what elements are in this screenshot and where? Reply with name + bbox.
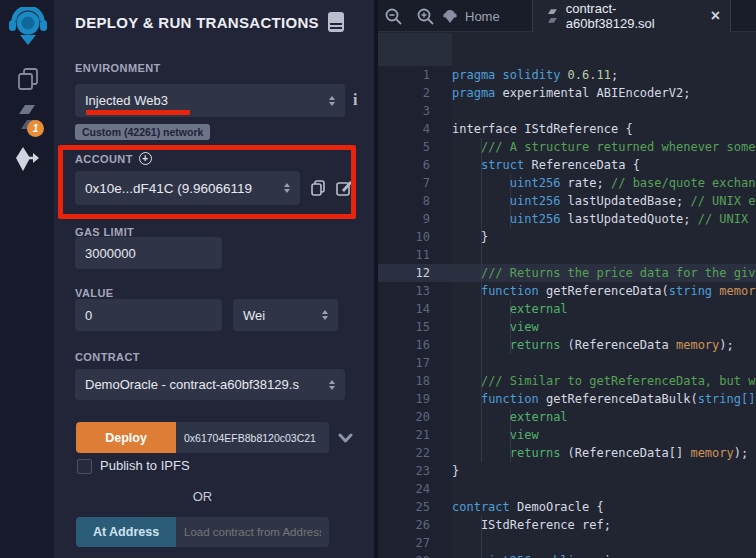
line-number: 22 (378, 444, 452, 462)
code-line: uint256 rate; // base/quote exchang (452, 174, 756, 192)
line-number: 10 (378, 228, 452, 246)
line-number: 23 (378, 462, 452, 480)
line-number: 15 (378, 318, 452, 336)
value-unit: Wei (243, 308, 265, 323)
line-number: 13 (378, 282, 452, 300)
line-number: 8 (378, 192, 452, 210)
editor-code[interactable]: pragma solidity 0.6.11;pragma experiment… (452, 66, 756, 558)
deploy-button[interactable]: Deploy (76, 422, 176, 453)
editor-tab-bar: Home contract-a60bf38129.sol × (378, 0, 756, 32)
compiler-error-badge: 1 (27, 120, 44, 137)
line-number: 16 (378, 336, 452, 354)
tab-file-label: contract-a60bf38129.sol (566, 1, 703, 31)
code-line (452, 102, 756, 120)
code-line: function getReferenceData(string memory (452, 282, 756, 300)
solidity-compiler-icon[interactable]: 1 (0, 103, 55, 131)
code-line: struct ReferenceData { (452, 156, 756, 174)
tab-home[interactable]: Home (442, 0, 500, 32)
code-line: returns (ReferenceData[] memory); (452, 444, 756, 462)
deploy-run-icon[interactable] (0, 146, 55, 172)
code-line: view (452, 426, 756, 444)
line-number: 4 (378, 120, 452, 138)
remix-logo[interactable] (0, 7, 55, 47)
line-number: 9 (378, 210, 452, 228)
code-line: returns (ReferenceData memory); (452, 336, 756, 354)
solidity-file-icon (547, 8, 558, 24)
line-number: 27 (378, 534, 452, 552)
tab-home-label: Home (465, 9, 500, 24)
code-line: /// A structure returned whenever someo (452, 138, 756, 156)
value-label: VALUE (75, 287, 113, 299)
select-spinner-icon (329, 96, 335, 106)
at-address-button[interactable]: At Address (76, 517, 176, 547)
line-number: 5 (378, 138, 452, 156)
file-explorer-icon[interactable] (0, 66, 55, 92)
code-line (452, 246, 756, 264)
publish-ipfs-checkbox[interactable] (77, 459, 92, 474)
line-number: 6 (378, 156, 452, 174)
code-line: /// Similar to getReferenceData, but wi (452, 372, 756, 390)
line-number: 21 (378, 426, 452, 444)
deploy-panel: DEPLOY & RUN TRANSACTIONS ENVIRONMENT In… (55, 0, 374, 558)
or-separator-label: OR (76, 489, 329, 504)
zoom-out-icon[interactable] (384, 7, 403, 30)
remix-home-icon (442, 8, 458, 24)
publish-ipfs-label: Publish to IPFS (100, 458, 190, 473)
documentation-book-icon[interactable] (328, 12, 344, 32)
contract-label: CONTRACT (75, 351, 140, 363)
line-number: 17 (378, 354, 452, 372)
line-number: 14 (378, 300, 452, 318)
icon-bar: 1 (0, 0, 55, 558)
select-spinner-icon (329, 380, 335, 390)
code-line: } (452, 462, 756, 480)
code-line: } (452, 228, 756, 246)
code-line: uint256 lastUpdatedQuote; // UNIX e (452, 210, 756, 228)
editor-body[interactable]: 1234567891011121314151617181920212223242… (378, 33, 756, 558)
tab-close-icon[interactable]: × (711, 8, 720, 24)
code-line: /// Returns the price data for the give (452, 264, 756, 282)
value-unit-select[interactable]: Wei (233, 299, 338, 331)
value-input[interactable] (75, 299, 222, 331)
editor-corner-block (378, 33, 452, 66)
code-line: external (452, 300, 756, 318)
chevron-down-icon[interactable] (338, 429, 353, 447)
select-spinner-icon (322, 310, 328, 320)
at-address-input[interactable] (176, 517, 329, 547)
environment-info-icon[interactable]: i (353, 91, 357, 109)
code-line: pragma experimental ABIEncoderV2; (452, 84, 756, 102)
contract-select[interactable]: DemoOracle - contract-a60bf38129.s (75, 369, 345, 400)
code-line: external (452, 408, 756, 426)
environment-value: Injected Web3 (85, 93, 168, 108)
line-number: 3 (378, 102, 452, 120)
code-line: function getReferenceDataBulk(string[] (452, 390, 756, 408)
code-editor: Home contract-a60bf38129.sol × 123456789… (378, 0, 756, 558)
constructor-arg-input[interactable] (176, 422, 329, 453)
panel-title: DEPLOY & RUN TRANSACTIONS (75, 14, 319, 31)
zoom-in-icon[interactable] (416, 7, 435, 30)
code-line (452, 480, 756, 498)
contract-value: DemoOracle - contract-a60bf38129.s (85, 377, 329, 392)
code-line: interface IStdReference { (452, 120, 756, 138)
annotation-underline (86, 110, 190, 115)
code-line: view (452, 318, 756, 336)
line-number: 19 (378, 390, 452, 408)
line-number: 28 (378, 552, 452, 558)
code-line: uint256 public pri (452, 552, 756, 558)
editor-gutter: 1234567891011121314151617181920212223242… (378, 66, 452, 558)
line-number: 11 (378, 246, 452, 264)
gas-limit-input[interactable] (75, 237, 222, 269)
line-number: 1 (378, 66, 452, 84)
code-line: uint256 lastUpdatedBase; // UNIX ep (452, 192, 756, 210)
code-line: pragma solidity 0.6.11; (452, 66, 756, 84)
network-badge: Custom (42261) network (75, 124, 210, 140)
line-number: 18 (378, 372, 452, 390)
code-line (452, 534, 756, 552)
code-line (452, 354, 756, 372)
annotation-box (58, 145, 356, 219)
environment-label: ENVIRONMENT (75, 62, 161, 74)
code-line: contract DemoOracle { (452, 498, 756, 516)
line-number: 25 (378, 498, 452, 516)
tab-active-file[interactable]: contract-a60bf38129.sol × (533, 0, 730, 32)
line-number: 12 (378, 264, 452, 282)
line-number: 2 (378, 84, 452, 102)
